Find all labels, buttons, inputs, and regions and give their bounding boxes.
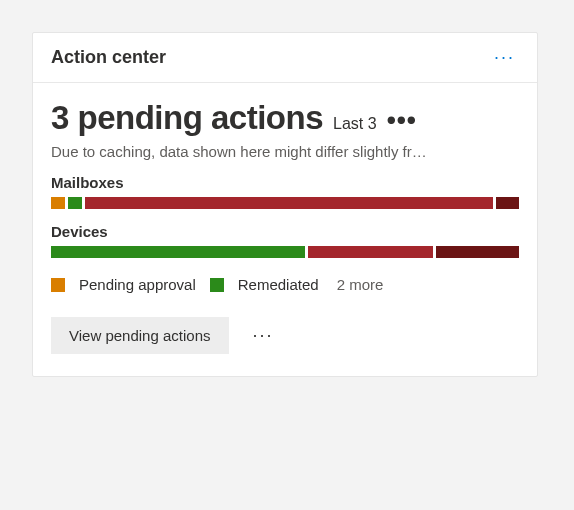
more-icon[interactable]: ··· xyxy=(490,47,519,68)
more-actions-icon[interactable]: ··· xyxy=(253,325,274,346)
card-header: Action center ··· xyxy=(33,33,537,83)
truncation-ellipsis-icon: ••• xyxy=(387,107,417,133)
legend-swatch xyxy=(51,278,65,292)
bar-segment xyxy=(68,197,82,209)
legend-label: Remediated xyxy=(238,276,319,293)
action-center-card: Action center ··· 3 pending actions Last… xyxy=(32,32,538,377)
stacked-bar xyxy=(51,246,519,258)
legend-label: Pending approval xyxy=(79,276,196,293)
bar-segment xyxy=(51,246,305,258)
legend-more[interactable]: 2 more xyxy=(337,276,384,293)
bar-segment xyxy=(85,197,494,209)
legend: Pending approvalRemediated2 more xyxy=(51,276,519,293)
bar-segment xyxy=(51,197,65,209)
bar-segment xyxy=(496,197,519,209)
bar-segment xyxy=(308,246,433,258)
card-body: 3 pending actions Last 3 ••• Due to cach… xyxy=(33,83,537,376)
headline-row: 3 pending actions Last 3 ••• xyxy=(51,99,519,137)
legend-swatch xyxy=(210,278,224,292)
view-pending-actions-button[interactable]: View pending actions xyxy=(51,317,229,354)
card-footer: View pending actions ··· xyxy=(51,317,519,354)
caching-caption: Due to caching, data shown here might di… xyxy=(51,143,519,160)
bars-container: MailboxesDevices xyxy=(51,174,519,258)
bar-segment xyxy=(436,246,519,258)
card-title: Action center xyxy=(51,47,166,68)
stacked-bar xyxy=(51,197,519,209)
pending-count-headline: 3 pending actions xyxy=(51,99,323,137)
group-label: Devices xyxy=(51,223,519,240)
headline-suffix: Last 3 xyxy=(333,115,377,133)
group-label: Mailboxes xyxy=(51,174,519,191)
